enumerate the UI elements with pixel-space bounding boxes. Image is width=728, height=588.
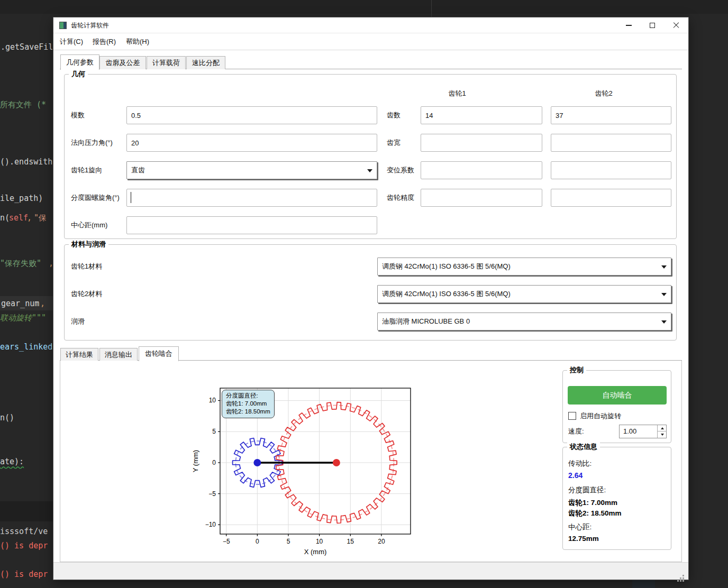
gear1-hand-value: 直齿 — [131, 162, 145, 179]
pitch-diameter-annotation: 分度圆直径: 齿轮1: 7.00mm 齿轮2: 18.50mm — [222, 390, 275, 418]
tab-calc-results[interactable]: 计算结果 — [60, 348, 98, 361]
code-fragment: "保存失败" — [0, 259, 41, 269]
gear1-material-label: 齿轮1材料 — [71, 258, 102, 275]
tab-gear-mesh[interactable]: 齿轮啮合 — [139, 346, 179, 361]
auto-mesh-button[interactable]: 自动啮合 — [568, 386, 667, 405]
svg-text:10: 10 — [316, 538, 323, 545]
maximize-button[interactable] — [643, 17, 661, 33]
gear1-hand-label: 齿轮1旋向 — [71, 161, 102, 179]
status-group: 状态信息 传动比: 2.64 分度圆直径: 齿轮1: 7.00mm 齿轮2: 1… — [562, 447, 671, 550]
minimize-icon — [626, 25, 632, 26]
svg-text:0: 0 — [212, 459, 216, 466]
lubrication-combo[interactable]: 油脂润滑 MICROLUBE GB 0 — [377, 313, 671, 330]
code-fragment: self — [9, 213, 28, 223]
code-fragment: ate): — [0, 457, 24, 466]
spin-up-button[interactable] — [658, 425, 667, 431]
gear1-material-value: 调质钢 42CrMo(1) ISO 6336-5 图 5/6(MQ) — [382, 258, 511, 275]
svg-text:20: 20 — [378, 538, 385, 545]
center-distance-status-label: 中心距: — [568, 522, 592, 532]
gear1-quality-input[interactable] — [421, 189, 542, 207]
svg-text:10: 10 — [209, 397, 216, 404]
svg-text:0: 0 — [256, 538, 259, 545]
minimize-button[interactable] — [620, 17, 638, 33]
gear2-material-combo[interactable]: 调质钢 42CrMo(1) ISO 6336-5 图 5/6(MQ) — [377, 285, 671, 303]
helix-angle-input[interactable] — [126, 189, 377, 207]
terminal-warning-text: () is depr — [0, 541, 48, 550]
menu-report[interactable]: 报告(R) — [89, 33, 119, 50]
gear1-face-width-input[interactable] — [421, 134, 542, 152]
center-distance-input[interactable] — [126, 216, 377, 234]
tab-ratio-distribution[interactable]: 速比分配 — [186, 56, 225, 69]
gear1-column-header: 齿轮1 — [433, 89, 481, 98]
auto-rotate-checkbox[interactable] — [568, 412, 576, 420]
code-fragment: n( — [0, 213, 10, 223]
svg-text:5: 5 — [287, 538, 290, 545]
pressure-angle-input[interactable] — [126, 134, 377, 152]
menu-calculate[interactable]: 计算(C) — [57, 33, 86, 50]
bottom-tabbar: 计算结果 消息输出 齿轮啮合 — [60, 346, 682, 361]
titlebar[interactable]: 齿轮计算软件 — [53, 17, 688, 33]
geometry-group-title: 几何 — [69, 70, 88, 78]
svg-text:15: 15 — [347, 538, 354, 545]
chevron-down-icon — [661, 293, 667, 296]
gear2-profile-shift-input[interactable] — [551, 161, 671, 179]
center-distance-value: 12.75mm — [568, 535, 599, 543]
spin-down-button[interactable] — [658, 431, 667, 438]
gear1-pitch-value: 齿轮1: 7.00mm — [568, 498, 617, 508]
code-fragment: ().endswith — [0, 157, 52, 167]
materials-group: 材料与润滑 齿轮1材料 调质钢 42CrMo(1) ISO 6336-5 图 5… — [64, 244, 677, 341]
auto-rotate-label: 启用自动旋转 — [580, 411, 621, 420]
pitch-diameter-label: 分度圆直径: — [568, 485, 606, 495]
lubrication-label: 润滑 — [71, 313, 85, 330]
module-input[interactable] — [126, 106, 377, 124]
tab-profile-tolerance[interactable]: 齿廓及公差 — [99, 56, 146, 69]
tab-messages[interactable]: 消息输出 — [99, 348, 138, 361]
center-distance-label: 中心距(mm) — [71, 216, 107, 234]
gear2-teeth-input[interactable] — [551, 106, 671, 124]
module-label: 模数 — [71, 106, 85, 124]
ratio-value: 2.64 — [568, 471, 583, 480]
profile-shift-label: 变位系数 — [387, 161, 414, 179]
code-fragment: 联动旋转""" — [0, 313, 46, 323]
gear1-profile-shift-input[interactable] — [421, 161, 542, 179]
terminal-band — [0, 501, 53, 521]
close-button[interactable] — [667, 17, 685, 33]
tab-calc-load[interactable]: 计算载荷 — [147, 56, 186, 69]
pressure-angle-label: 法向压力角(°) — [71, 134, 113, 152]
menu-help[interactable]: 帮助(H) — [123, 33, 152, 50]
annotation-line: 齿轮1: 7.00mm — [226, 400, 267, 407]
svg-text:5: 5 — [212, 428, 216, 435]
code-fragment: , — [49, 259, 53, 268]
gear2-material-value: 调质钢 42CrMo(1) ISO 6336-5 图 5/6(MQ) — [382, 286, 511, 302]
code-fragment: ile_path) — [0, 194, 43, 203]
speed-spinbox[interactable]: 1.00 — [619, 425, 667, 438]
lubrication-value: 油脂润滑 MICROLUBE GB 0 — [382, 313, 470, 330]
helix-angle-label: 分度圆螺旋角(°) — [71, 189, 120, 207]
speed-value: 1.00 — [623, 425, 636, 438]
ratio-label: 传动比: — [568, 459, 592, 468]
resize-grip-icon[interactable] — [683, 575, 684, 576]
menubar: 计算(C) 报告(R) 帮助(H) — [53, 33, 688, 50]
code-fragment: , — [40, 299, 45, 308]
chevron-down-icon — [367, 169, 372, 172]
chevron-down-icon — [661, 265, 667, 269]
gear1-teeth-input[interactable] — [421, 106, 542, 124]
close-icon — [673, 22, 679, 29]
gear2-pitch-value: 齿轮2: 18.50mm — [568, 509, 622, 518]
annotation-line: 分度圆直径: — [226, 392, 258, 399]
gear-mesh-plot: −505101520−10−50510X (mm)Y (mm) 分度圆直径: 齿… — [188, 383, 426, 558]
gear2-quality-input[interactable] — [551, 189, 671, 207]
svg-text:X (mm): X (mm) — [304, 548, 327, 556]
gear1-hand-combo[interactable]: 直齿 — [126, 161, 377, 179]
spin-up-icon — [661, 427, 664, 429]
control-group-title: 控制 — [567, 366, 586, 374]
status-group-title: 状态信息 — [567, 443, 600, 451]
terminal-warning-text: () is depr — [0, 569, 48, 579]
desktop: .getSaveFil 所有文件 (* ().endswith ile_path… — [0, 0, 728, 588]
tab-geometry-params[interactable]: 几何参数 — [60, 54, 99, 70]
text-caret — [131, 192, 131, 203]
gear2-face-width-input[interactable] — [551, 134, 671, 152]
gear1-material-combo[interactable]: 调质钢 42CrMo(1) ISO 6336-5 图 5/6(MQ) — [377, 258, 671, 275]
maximize-icon — [650, 23, 655, 28]
code-fragment: n() — [0, 413, 14, 422]
